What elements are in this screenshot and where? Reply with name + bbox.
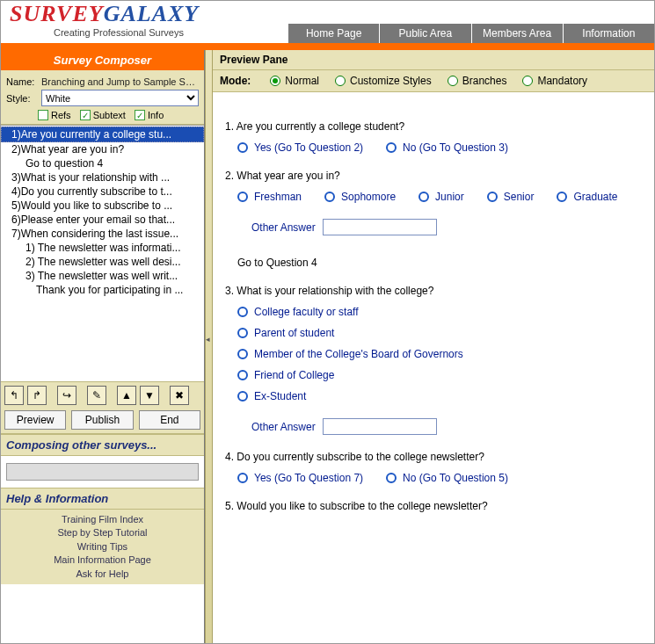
logo: SURVEYGALAXY [10, 3, 279, 25]
q2-opt-fresh[interactable]: Freshman [237, 191, 302, 203]
logo-block: SURVEYGALAXY Creating Professional Surve… [1, 1, 287, 43]
sidebar-title: Survey Composer [1, 50, 204, 70]
preview-pane: Preview Pane Mode: Normal Customize Styl… [213, 50, 654, 643]
q2-other-label: Other Answer [251, 221, 316, 234]
toolbar: ↰ ↱ ↪ ✎ ▲ ▼ ✖ Preview Publish End [1, 381, 204, 434]
q3-opt-5[interactable]: Ex-Student [237, 390, 642, 402]
q3-opt-1[interactable]: College faculty or staff [237, 306, 642, 318]
q1-text: 1. Are you currently a college student? [225, 120, 642, 133]
help-maininfo[interactable]: Main Information Page [1, 554, 204, 567]
tree-item-7a[interactable]: 1) The newsletter was informati... [1, 241, 204, 255]
preview-button[interactable]: Preview [4, 410, 66, 430]
composing-header: Composing other surveys... [1, 434, 204, 456]
tree-item-4[interactable]: 4)Do you currently subscribe to t... [1, 185, 204, 199]
q2-opt-jun[interactable]: Junior [418, 191, 464, 203]
q2-other-input[interactable] [323, 219, 437, 235]
help-tutorial[interactable]: Step by Step Tutorial [1, 526, 204, 539]
mode-customize[interactable]: Customize Styles [335, 75, 432, 87]
tree-item-5[interactable]: 5)Would you like to subscribe to ... [1, 199, 204, 213]
q3-other-label: Other Answer [251, 421, 316, 433]
nav-members[interactable]: Members Area [471, 24, 563, 43]
tool-insert-before-icon[interactable]: ↰ [4, 386, 24, 405]
check-refs[interactable]: Refs [38, 110, 71, 120]
q4-opt-label: Yes (Go To Question 7) [254, 472, 363, 484]
tool-insert-after-icon[interactable]: ↱ [27, 386, 47, 405]
help-header: Help & Information [1, 488, 204, 510]
preview-title: Preview Pane [213, 50, 654, 70]
mode-mandatory-label: Mandatory [537, 75, 587, 87]
tool-branch-icon[interactable]: ↪ [57, 386, 76, 405]
help-links: Training Film Index Step by Step Tutoria… [1, 510, 204, 584]
end-button[interactable]: End [139, 410, 200, 430]
tree-item-2[interactable]: 2)What year are you in? [1, 142, 204, 156]
tree-item-1[interactable]: 1)Are you currently a college stu... [1, 127, 204, 142]
other-survey-select[interactable] [6, 463, 199, 481]
q1-opt-yes[interactable]: Yes (Go To Question 2) [237, 141, 363, 154]
tool-move-down-icon[interactable]: ▼ [140, 386, 159, 405]
q3-opt-4[interactable]: Friend of College [237, 369, 642, 381]
q2-opt-grad[interactable]: Graduate [557, 191, 617, 203]
sidebar-meta: Name: Branching and Jump to Sample Su...… [1, 70, 204, 125]
q3-other-input[interactable] [323, 418, 437, 435]
q2-goto: Go to Question 4 [225, 257, 642, 269]
q2-opt-soph[interactable]: Sophomore [324, 191, 396, 203]
q3-opt-3[interactable]: Member of the College's Board of Governo… [237, 348, 642, 360]
question-1: 1. Are you currently a college student? … [225, 120, 642, 154]
q2-opt-label: Graduate [573, 191, 617, 203]
mode-normal-label: Normal [285, 75, 319, 87]
sidebar: Survey Composer Name: Branching and Jump… [1, 50, 205, 643]
q3-opt-label: Member of the College's Board of Governo… [254, 348, 463, 360]
q4-opt-yes[interactable]: Yes (Go To Question 7) [237, 472, 363, 484]
tree-item-7[interactable]: 7)When considering the last issue... [1, 227, 204, 241]
orange-bar [1, 43, 654, 50]
q3-opt-label: Ex-Student [254, 390, 306, 402]
question-tree: 1)Are you currently a college stu... 2)W… [1, 125, 204, 381]
q5-text: 5. Would you like to subscribe to the co… [225, 500, 642, 512]
question-5: 5. Would you like to subscribe to the co… [225, 500, 642, 512]
help-askhelp[interactable]: Ask for Help [1, 568, 204, 581]
q1-opt-yes-label: Yes (Go To Question 2) [254, 141, 363, 154]
tree-item-7b[interactable]: 2) The newsletter was well desi... [1, 255, 204, 269]
q4-opt-label: No (Go To Question 5) [403, 472, 508, 484]
tree-item-6[interactable]: 6)Please enter your email so that... [1, 213, 204, 227]
logo-part2: GALAXY [104, 1, 200, 26]
tool-edit-icon[interactable]: ✎ [87, 386, 106, 405]
q2-opt-label: Senior [504, 191, 535, 203]
nav-info[interactable]: Information [563, 24, 654, 43]
q4-text: 4. Do you currently subscribe to the col… [225, 451, 642, 463]
style-select[interactable]: White [41, 90, 199, 106]
nav-public[interactable]: Public Area [379, 24, 470, 43]
tree-item-7c[interactable]: 3) The newsletter was well writ... [1, 269, 204, 283]
mode-customize-label: Customize Styles [350, 75, 432, 87]
question-4: 4. Do you currently subscribe to the col… [225, 451, 642, 484]
q1-opt-no[interactable]: No (Go To Question 3) [386, 141, 508, 154]
mode-branches[interactable]: Branches [448, 75, 507, 87]
q2-opt-sen[interactable]: Senior [487, 191, 535, 203]
publish-button[interactable]: Publish [71, 410, 133, 430]
check-subtext[interactable]: ✓Subtext [80, 110, 126, 120]
tree-item-3[interactable]: 3)What is your relationship with ... [1, 170, 204, 185]
mode-mandatory[interactable]: Mandatory [522, 75, 587, 87]
tree-item-2a[interactable]: Go to question 4 [1, 156, 204, 170]
help-writing[interactable]: Writing Tips [1, 540, 204, 554]
name-label: Name: [6, 76, 41, 87]
mode-normal[interactable]: Normal [270, 75, 319, 87]
check-refs-label: Refs [51, 110, 71, 120]
check-info[interactable]: ✓Info [135, 110, 164, 120]
q3-opt-label: College faculty or staff [254, 306, 359, 318]
composing-body [1, 456, 204, 488]
q2-opt-label: Junior [435, 191, 464, 203]
splitter-handle[interactable] [205, 50, 213, 643]
help-training[interactable]: Training Film Index [1, 513, 204, 526]
tool-move-up-icon[interactable]: ▲ [117, 386, 136, 405]
tree-item-thanks[interactable]: Thank you for participating in ... [1, 283, 204, 297]
nav-home[interactable]: Home Page [287, 24, 379, 43]
q2-opt-label: Freshman [254, 191, 302, 203]
q4-opt-no[interactable]: No (Go To Question 5) [386, 472, 508, 484]
q1-opt-no-label: No (Go To Question 3) [403, 141, 508, 154]
tool-delete-icon[interactable]: ✖ [170, 386, 189, 405]
q3-opt-2[interactable]: Parent of student [237, 327, 642, 339]
check-subtext-label: Subtext [93, 110, 126, 120]
q3-text: 3. What is your relationship with the co… [225, 285, 642, 297]
q2-opt-label: Sophomore [341, 191, 396, 203]
